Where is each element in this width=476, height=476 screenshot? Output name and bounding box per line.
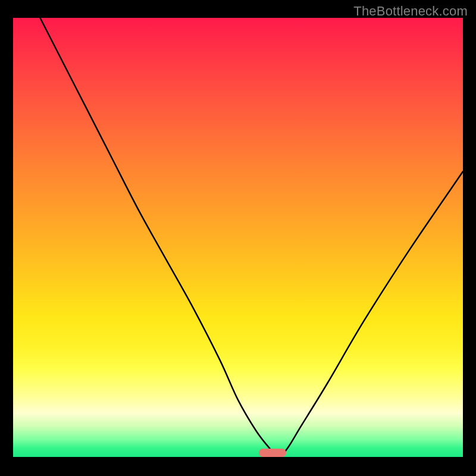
plot-area xyxy=(13,18,463,457)
bottleneck-curve xyxy=(40,18,463,457)
optimal-marker xyxy=(259,449,286,457)
watermark-text: TheBottleneck.com xyxy=(353,4,468,19)
chart-frame: TheBottleneck.com xyxy=(0,0,476,476)
curve-svg xyxy=(13,18,463,457)
